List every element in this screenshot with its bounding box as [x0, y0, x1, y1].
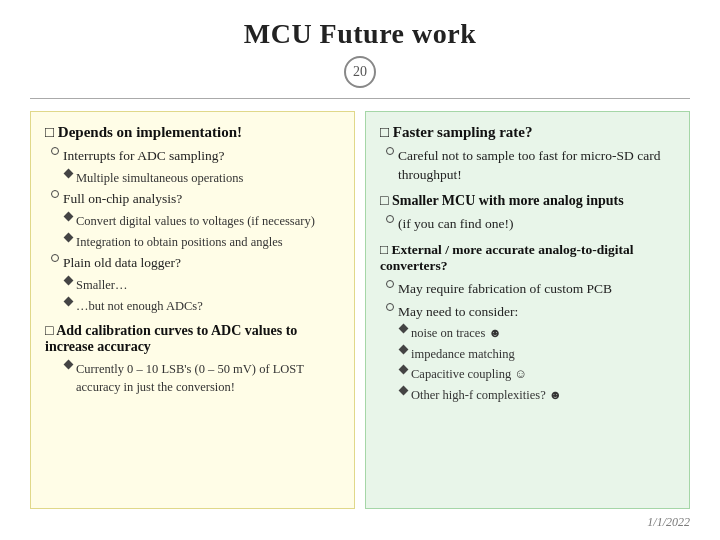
left-column: □ Depends on implementation! Interrupts …: [30, 111, 355, 509]
page-number-row: 20: [344, 56, 376, 88]
item-text: Convert digital values to voltages (if n…: [76, 213, 315, 231]
list-item: Convert digital values to voltages (if n…: [45, 213, 340, 231]
left-section2-header: □ Add calibration curves to ADC values t…: [45, 323, 340, 355]
list-item: impedance matching: [380, 346, 675, 364]
item-text: Plain old data logger?: [63, 254, 181, 273]
diamond-bullet-icon: [399, 365, 409, 375]
circle-bullet-icon: [386, 147, 394, 155]
left-header: □ Depends on implementation!: [45, 124, 340, 141]
item-text: Multiple simultaneous operations: [76, 170, 243, 188]
item-text: Smaller…: [76, 277, 127, 295]
item-text: Other high-f complexities? ☻: [411, 387, 562, 405]
diamond-bullet-icon: [399, 345, 409, 355]
footer-date: 1/1/2022: [30, 509, 690, 530]
list-item: Smaller…: [45, 277, 340, 295]
columns: □ Depends on implementation! Interrupts …: [30, 111, 690, 509]
right-header: □ Faster sampling rate?: [380, 124, 675, 141]
diamond-bullet-icon: [399, 386, 409, 396]
list-item: Capacitive coupling ☺: [380, 366, 675, 384]
right-column: □ Faster sampling rate? Careful not to s…: [365, 111, 690, 509]
diamond-bullet-icon: [64, 168, 74, 178]
diamond-bullet-icon: [64, 232, 74, 242]
circle-bullet-icon: [386, 303, 394, 311]
list-item: Other high-f complexities? ☻: [380, 387, 675, 405]
item-text: impedance matching: [411, 346, 515, 364]
circle-bullet-icon: [51, 147, 59, 155]
item-text: May require fabrication of custom PCB: [398, 280, 612, 299]
item-text: Integration to obtain positions and angl…: [76, 234, 283, 252]
item-text: (if you can find one!): [398, 215, 513, 234]
list-item: (if you can find one!): [380, 215, 675, 234]
divider: [30, 98, 690, 99]
diamond-bullet-icon: [64, 276, 74, 286]
list-item: noise on traces ☻: [380, 325, 675, 343]
list-item: Currently 0 – 10 LSB's (0 – 50 mV) of LO…: [45, 361, 340, 396]
list-item: May require fabrication of custom PCB: [380, 280, 675, 299]
list-item: Interrupts for ADC sampling?: [45, 147, 340, 166]
item-text: Capacitive coupling ☺: [411, 366, 527, 384]
right-section2-header: □ Smaller MCU with more analog inputs: [380, 193, 675, 209]
circle-bullet-icon: [386, 215, 394, 223]
page-title: MCU Future work: [244, 18, 477, 50]
list-item: Careful not to sample too fast for micro…: [380, 147, 675, 185]
right-section3-header: □ External / more accurate analog-to-dig…: [380, 242, 675, 274]
circle-bullet-icon: [51, 254, 59, 262]
diamond-bullet-icon: [64, 296, 74, 306]
item-text: noise on traces ☻: [411, 325, 502, 343]
diamond-bullet-icon: [399, 324, 409, 334]
page: MCU Future work 20 □ Depends on implemen…: [0, 0, 720, 540]
item-text: Interrupts for ADC sampling?: [63, 147, 225, 166]
list-item: Integration to obtain positions and angl…: [45, 234, 340, 252]
item-text: May need to consider:: [398, 303, 518, 322]
list-item: Full on-chip analysis?: [45, 190, 340, 209]
page-number: 20: [344, 56, 376, 88]
item-text: Full on-chip analysis?: [63, 190, 182, 209]
diamond-bullet-icon: [64, 360, 74, 370]
item-text: Careful not to sample too fast for micro…: [398, 147, 675, 185]
diamond-bullet-icon: [64, 212, 74, 222]
item-text: …but not enough ADCs?: [76, 298, 203, 316]
circle-bullet-icon: [51, 190, 59, 198]
list-item: Multiple simultaneous operations: [45, 170, 340, 188]
list-item: May need to consider:: [380, 303, 675, 322]
list-item: Plain old data logger?: [45, 254, 340, 273]
item-text: Currently 0 – 10 LSB's (0 – 50 mV) of LO…: [76, 361, 340, 396]
list-item: …but not enough ADCs?: [45, 298, 340, 316]
circle-bullet-icon: [386, 280, 394, 288]
